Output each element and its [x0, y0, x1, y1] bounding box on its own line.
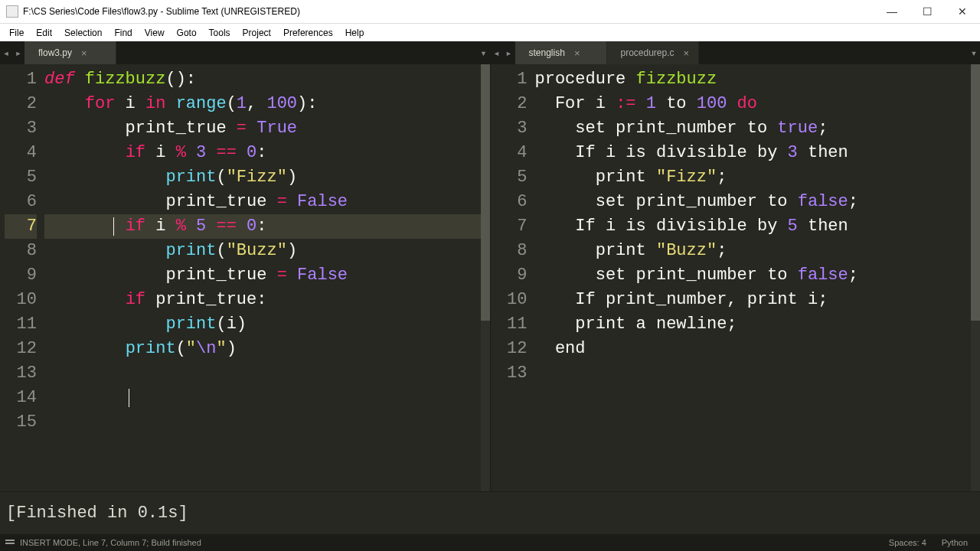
code-line[interactable]: If print_number, print i;: [535, 288, 972, 312]
code-line[interactable]: if print_true:: [44, 288, 481, 312]
code-line[interactable]: print_true = True: [44, 116, 481, 141]
indent-setting[interactable]: Spaces: 4: [881, 538, 934, 547]
editor-pane-1: ◂▸stenglish×procedurep.c×▾12345678910111…: [491, 41, 981, 491]
menu-help[interactable]: Help: [339, 26, 371, 40]
code-area[interactable]: procedure fizzbuzz For i := 1 to 100 do …: [535, 64, 972, 491]
code-editor[interactable]: 12345678910111213procedure fizzbuzz For …: [491, 64, 981, 491]
code-line[interactable]: if i % 5 == 0:: [44, 214, 481, 239]
tab-close-icon[interactable]: ×: [574, 47, 580, 59]
code-line[interactable]: print_true = False: [44, 263, 481, 288]
menu-goto[interactable]: Goto: [171, 26, 203, 40]
code-line[interactable]: print(i): [44, 312, 481, 337]
tab-label: procedurep.c: [621, 47, 675, 58]
code-line[interactable]: [44, 386, 481, 410]
menu-project[interactable]: Project: [237, 26, 277, 40]
menu-find[interactable]: Find: [108, 26, 138, 40]
line-number-gutter: 12345678910111213: [491, 64, 535, 491]
code-line[interactable]: def fizzbuzz():: [44, 67, 481, 92]
scrollbar[interactable]: [481, 64, 490, 491]
menu-preferences[interactable]: Preferences: [277, 26, 339, 40]
menu-file[interactable]: File: [3, 26, 30, 40]
editor-workspace: ◂▸flow3.py×▾123456789101112131415def fiz…: [0, 41, 980, 491]
code-line[interactable]: set print_number to false;: [535, 263, 972, 288]
tab-bar: ◂▸stenglish×procedurep.c×▾: [491, 41, 981, 64]
code-line[interactable]: If i is divisible by 3 then: [535, 141, 972, 165]
scrollbar-thumb[interactable]: [971, 64, 980, 321]
code-line[interactable]: procedure fizzbuzz: [535, 67, 972, 92]
code-line[interactable]: print "Buzz";: [535, 239, 972, 263]
code-line[interactable]: set print_number to false;: [535, 190, 972, 214]
code-line[interactable]: for i in range(1, 100):: [44, 92, 481, 116]
tabs-overflow-icon[interactable]: ▾: [968, 41, 980, 64]
tab-procedurep-c[interactable]: procedurep.c×: [607, 41, 699, 64]
code-line[interactable]: print("Fizz"): [44, 165, 481, 190]
app-icon: [6, 5, 18, 18]
tab-bar: ◂▸flow3.py×▾: [0, 41, 490, 64]
code-line[interactable]: For i := 1 to 100 do: [535, 92, 972, 116]
svg-rect-1: [5, 543, 15, 544]
tabs-overflow-icon[interactable]: ▾: [478, 41, 490, 64]
code-line[interactable]: If i is divisible by 5 then: [535, 214, 972, 239]
status-text: INSERT MODE, Line 7, Column 7; Build fin…: [20, 538, 201, 547]
panel-switcher-icon[interactable]: [5, 537, 15, 548]
tab-stenglish[interactable]: stenglish×: [515, 41, 607, 64]
menu-view[interactable]: View: [139, 26, 171, 40]
tab-flow3-py[interactable]: flow3.py×: [24, 41, 116, 64]
code-line[interactable]: print "Fizz";: [535, 165, 972, 190]
menu-edit[interactable]: Edit: [30, 26, 58, 40]
svg-rect-0: [5, 540, 15, 541]
code-line[interactable]: print a newline;: [535, 312, 972, 337]
code-line[interactable]: [44, 410, 481, 435]
status-bar: INSERT MODE, Line 7, Column 7; Build fin…: [0, 534, 980, 551]
menu-selection[interactable]: Selection: [58, 26, 108, 40]
scrollbar-thumb[interactable]: [481, 64, 490, 321]
tabs-scroll-right-icon[interactable]: ▸: [12, 41, 24, 64]
close-button[interactable]: ✕: [945, 0, 980, 23]
syntax-setting[interactable]: Python: [934, 538, 975, 547]
code-line[interactable]: print("\n"): [44, 337, 481, 361]
editor-pane-0: ◂▸flow3.py×▾123456789101112131415def fiz…: [0, 41, 491, 491]
code-line[interactable]: [44, 361, 481, 386]
tabs-scroll-left-icon[interactable]: ◂: [491, 41, 503, 64]
tabs-scroll-left-icon[interactable]: ◂: [0, 41, 12, 64]
text-caret: [129, 389, 129, 407]
window-titlebar: F:\CS Series\Code Files\flow3.py - Subli…: [0, 0, 980, 23]
tabs-scroll-right-icon[interactable]: ▸: [503, 41, 515, 64]
build-output-panel: [Finished in 0.1s]: [0, 491, 980, 534]
tab-close-icon[interactable]: ×: [684, 47, 690, 59]
window-buttons: — ☐ ✕: [874, 0, 980, 23]
menu-bar: FileEditSelectionFindViewGotoToolsProjec…: [0, 23, 980, 41]
tab-label: flow3.py: [38, 47, 72, 58]
menu-tools[interactable]: Tools: [203, 26, 237, 40]
tab-close-icon[interactable]: ×: [81, 47, 87, 59]
window-title: F:\CS Series\Code Files\flow3.py - Subli…: [23, 6, 874, 17]
scrollbar[interactable]: [971, 64, 980, 491]
line-number-gutter: 123456789101112131415: [0, 64, 44, 491]
code-line[interactable]: print("Buzz"): [44, 239, 481, 263]
text-caret: [113, 217, 114, 236]
code-area[interactable]: def fizzbuzz(): for i in range(1, 100): …: [44, 64, 481, 491]
minimize-button[interactable]: —: [874, 0, 910, 23]
code-line[interactable]: print_true = False: [44, 190, 481, 214]
code-line[interactable]: if i % 3 == 0:: [44, 141, 481, 165]
code-line[interactable]: set print_number to true;: [535, 116, 972, 141]
code-line[interactable]: end: [535, 337, 972, 361]
tab-label: stenglish: [529, 47, 565, 58]
maximize-button[interactable]: ☐: [910, 0, 945, 23]
code-editor[interactable]: 123456789101112131415def fizzbuzz(): for…: [0, 64, 490, 491]
code-line[interactable]: [535, 361, 972, 386]
